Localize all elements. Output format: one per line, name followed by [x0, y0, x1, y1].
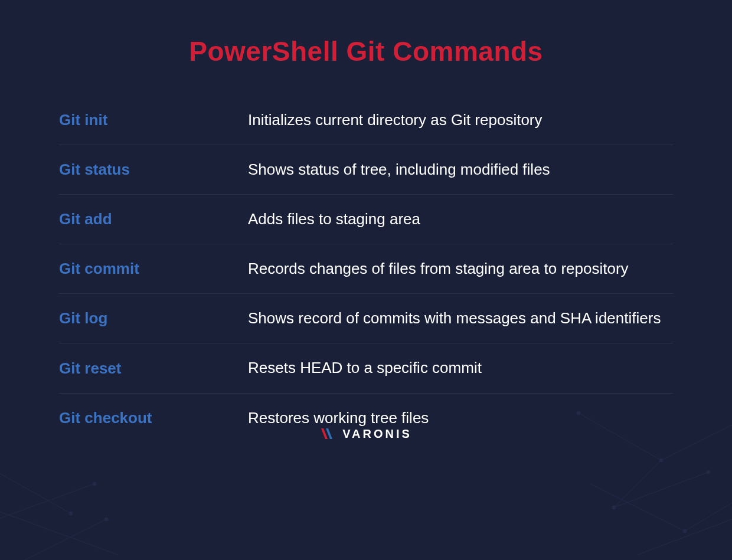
- varonis-logo-icon: [320, 427, 338, 440]
- svg-line-9: [614, 472, 708, 507]
- command-row: Git log Shows record of commits with mes…: [59, 294, 673, 343]
- svg-line-10: [638, 519, 732, 555]
- command-desc: Resets HEAD to a specific commit: [248, 358, 673, 378]
- page: PowerShell Git Commands Git init Initial…: [0, 0, 732, 560]
- svg-point-4: [69, 512, 73, 515]
- svg-point-17: [683, 529, 687, 533]
- page-title: PowerShell Git Commands: [59, 35, 673, 67]
- varonis-logo-text: VARONIS: [342, 427, 412, 441]
- command-desc: Adds files to staging area: [248, 209, 673, 230]
- svg-line-11: [590, 484, 685, 531]
- command-desc: Shows record of commits with messages an…: [248, 308, 673, 329]
- svg-line-13: [685, 496, 732, 531]
- svg-line-0: [0, 460, 71, 513]
- command-name: Git commit: [59, 260, 248, 278]
- svg-point-15: [612, 506, 616, 509]
- command-row: Git init Initializes current directory a…: [59, 96, 673, 145]
- command-row: Git reset Resets HEAD to a specific comm…: [59, 343, 673, 393]
- command-name: Git checkout: [59, 409, 248, 427]
- command-desc: Records changes of files from staging ar…: [248, 258, 673, 279]
- svg-point-6: [104, 518, 108, 521]
- command-desc: Restores working tree files: [248, 408, 673, 428]
- command-row: Git add Adds files to staging area: [59, 195, 673, 244]
- command-list: Git init Initializes current directory a…: [59, 96, 673, 443]
- command-desc: Initializes current directory as Git rep…: [248, 110, 673, 130]
- svg-point-14: [659, 459, 663, 462]
- command-desc: Shows status of tree, including modified…: [248, 159, 673, 180]
- command-name: Git add: [59, 210, 248, 228]
- command-row: Git status Shows status of tree, includi…: [59, 145, 673, 195]
- svg-point-5: [93, 482, 96, 486]
- svg-line-3: [0, 507, 118, 555]
- svg-point-16: [707, 470, 710, 474]
- command-row: Git commit Records changes of files from…: [59, 244, 673, 294]
- svg-line-2: [12, 519, 106, 560]
- svg-line-1: [0, 484, 94, 531]
- command-name: Git status: [59, 161, 248, 179]
- varonis-logo: VARONIS: [320, 427, 412, 441]
- svg-line-12: [614, 460, 661, 507]
- command-name: Git log: [59, 309, 248, 328]
- footer: VARONIS: [59, 427, 673, 443]
- command-name: Git reset: [59, 359, 248, 378]
- command-name: Git init: [59, 111, 248, 129]
